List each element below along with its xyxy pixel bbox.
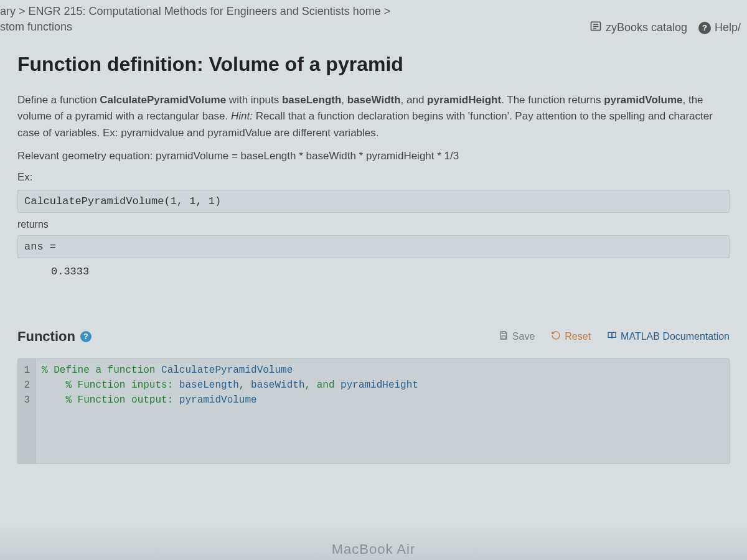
help-icon: ? bbox=[698, 22, 711, 34]
breadcrumb-line-1[interactable]: ary > ENGR 215: Computational Methods fo… bbox=[0, 4, 390, 19]
svg-rect-4 bbox=[502, 332, 505, 334]
catalog-link[interactable]: zyBooks catalog bbox=[590, 20, 687, 35]
device-bezel-label: MacBook Air bbox=[0, 523, 747, 560]
code-line-3[interactable]: % Function output: pyramidVolume bbox=[42, 393, 723, 408]
docs-label: MATLAB Documentation bbox=[621, 331, 730, 342]
editor-header: Function ? Save bbox=[17, 329, 730, 345]
help-link[interactable]: ? Help/ bbox=[698, 21, 741, 34]
ans-value: 0.3333 bbox=[17, 258, 730, 285]
content-area: Function definition: Volume of a pyramid… bbox=[0, 53, 747, 464]
ans-label: ans = bbox=[17, 235, 730, 258]
editor-actions: Save Reset bbox=[499, 330, 730, 343]
prompt-paragraph: Define a function CalculatePyramidVolume… bbox=[17, 92, 730, 141]
returns-label: returns bbox=[17, 219, 730, 230]
book-icon bbox=[607, 330, 617, 343]
line-gutter: 1 2 3 bbox=[18, 359, 35, 464]
catalog-label: zyBooks catalog bbox=[606, 21, 687, 34]
code-editor[interactable]: 1 2 3 % Define a function CalculatePyram… bbox=[17, 358, 730, 464]
save-icon bbox=[499, 330, 509, 343]
relevant-equation: Relevant geometry equation: pyramidVolum… bbox=[17, 150, 730, 162]
help-label: Help/ bbox=[715, 21, 741, 34]
save-label: Save bbox=[512, 331, 535, 342]
page-title: Function definition: Volume of a pyramid bbox=[17, 53, 730, 76]
code-line-2[interactable]: % Function inputs: baseLength, baseWidth… bbox=[42, 378, 723, 393]
editor-title: Function ? bbox=[17, 329, 92, 345]
example-label: Ex: bbox=[17, 171, 730, 184]
reset-label: Reset bbox=[565, 331, 591, 342]
editor-section: Function ? Save bbox=[17, 329, 730, 464]
save-button[interactable]: Save bbox=[499, 330, 535, 343]
reset-icon bbox=[551, 330, 561, 343]
list-icon bbox=[590, 20, 602, 35]
example-code: CalculatePyramidVolume(1, 1, 1) bbox=[17, 190, 730, 213]
top-bar: ary > ENGR 215: Computational Methods fo… bbox=[0, 0, 747, 42]
top-right-links: zyBooks catalog ? Help/ bbox=[590, 4, 741, 35]
code-lines[interactable]: % Define a function CalculatePyramidVolu… bbox=[35, 359, 729, 464]
svg-rect-5 bbox=[502, 336, 505, 339]
code-line-1[interactable]: % Define a function CalculatePyramidVolu… bbox=[42, 363, 723, 378]
reset-button[interactable]: Reset bbox=[551, 330, 591, 343]
answer-block: ans = 0.3333 bbox=[17, 235, 730, 285]
matlab-docs-link[interactable]: MATLAB Documentation bbox=[607, 330, 730, 343]
help-icon[interactable]: ? bbox=[80, 331, 92, 342]
breadcrumb[interactable]: ary > ENGR 215: Computational Methods fo… bbox=[0, 4, 390, 35]
breadcrumb-line-2[interactable]: stom functions bbox=[0, 19, 390, 35]
